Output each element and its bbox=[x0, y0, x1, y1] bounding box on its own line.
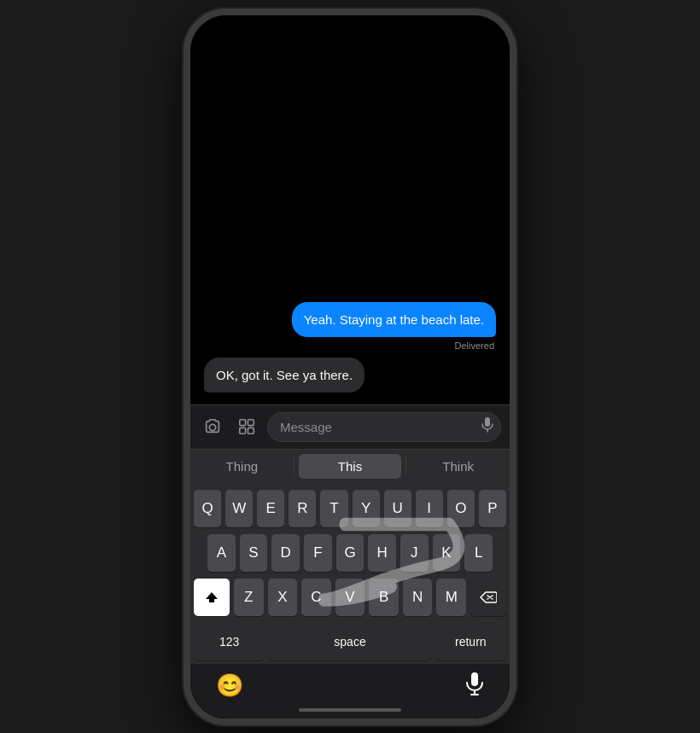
message-sent: Yeah. Staying at the beach late. bbox=[292, 302, 496, 337]
key-j[interactable]: J bbox=[400, 534, 429, 572]
key-h[interactable]: H bbox=[368, 534, 396, 572]
key-k[interactable]: K bbox=[433, 534, 461, 572]
messages-area: Yeah. Staying at the beach late. Deliver… bbox=[190, 15, 510, 404]
key-shift[interactable] bbox=[194, 579, 230, 616]
phone-frame: Yeah. Staying at the beach late. Deliver… bbox=[184, 9, 516, 725]
appstore-button[interactable] bbox=[233, 413, 260, 440]
phone-inner: Yeah. Staying at the beach late. Deliver… bbox=[190, 15, 510, 718]
autocomplete-bar: Thing This Think bbox=[190, 449, 510, 483]
key-o[interactable]: O bbox=[447, 490, 475, 527]
key-i[interactable]: I bbox=[416, 490, 443, 527]
key-s[interactable]: S bbox=[240, 534, 268, 572]
keyboard-row-3: Z X C V B N M bbox=[194, 579, 506, 616]
message-received-text: OK, got it. See ya there. bbox=[216, 368, 353, 382]
key-w[interactable]: W bbox=[225, 490, 253, 527]
key-f[interactable]: F bbox=[304, 534, 332, 572]
svg-point-0 bbox=[209, 424, 215, 430]
key-q[interactable]: Q bbox=[194, 490, 221, 527]
delivered-label: Delivered bbox=[204, 340, 496, 351]
message-input[interactable]: Message bbox=[267, 412, 501, 442]
message-input-wrapper: Message bbox=[267, 412, 501, 442]
message-received: OK, got it. See ya there. bbox=[204, 358, 365, 393]
key-m[interactable]: M bbox=[436, 579, 466, 616]
bottom-bar: 😊 bbox=[190, 664, 510, 705]
key-b[interactable]: B bbox=[369, 579, 399, 616]
message-sent-text: Yeah. Staying at the beach late. bbox=[304, 312, 484, 327]
keyboard-row-2: A S D F G H J K L bbox=[194, 534, 506, 572]
key-r[interactable]: R bbox=[289, 490, 316, 527]
key-d[interactable]: D bbox=[271, 534, 300, 572]
autocomplete-this[interactable]: This bbox=[299, 454, 402, 479]
key-t[interactable]: T bbox=[320, 490, 347, 527]
svg-rect-3 bbox=[240, 428, 246, 433]
key-delete[interactable] bbox=[470, 579, 506, 616]
autocomplete-thing[interactable]: Thing bbox=[190, 450, 294, 483]
svg-rect-1 bbox=[240, 420, 246, 426]
emoji-button[interactable]: 😊 bbox=[216, 672, 243, 699]
key-p[interactable]: P bbox=[479, 490, 506, 527]
key-x[interactable]: X bbox=[268, 579, 298, 616]
autocomplete-divider-left bbox=[294, 457, 295, 476]
key-l[interactable]: L bbox=[464, 534, 493, 572]
input-bar: Message bbox=[190, 404, 510, 449]
mic-button[interactable] bbox=[465, 672, 484, 700]
key-u[interactable]: U bbox=[384, 490, 411, 527]
key-e[interactable]: E bbox=[257, 490, 284, 527]
key-y[interactable]: Y bbox=[353, 490, 380, 527]
key-v[interactable]: V bbox=[335, 579, 365, 616]
svg-rect-2 bbox=[248, 420, 254, 426]
camera-button[interactable] bbox=[199, 413, 226, 440]
key-n[interactable]: N bbox=[403, 579, 433, 616]
home-indicator-bar bbox=[190, 705, 510, 718]
mic-input-icon[interactable] bbox=[481, 417, 494, 436]
keyboard: Q W E R T Y U I O P A S D F G H J K bbox=[190, 483, 510, 664]
autocomplete-think[interactable]: Think bbox=[406, 450, 510, 483]
svg-rect-4 bbox=[248, 428, 254, 433]
key-space[interactable]: space bbox=[269, 623, 430, 660]
svg-rect-7 bbox=[471, 672, 478, 686]
key-a[interactable]: A bbox=[207, 534, 236, 572]
key-c[interactable]: C bbox=[301, 579, 331, 616]
keyboard-row-4: 123 space return bbox=[194, 623, 506, 660]
key-z[interactable]: Z bbox=[234, 579, 264, 616]
keyboard-row-1: Q W E R T Y U I O P bbox=[194, 490, 506, 527]
svg-rect-5 bbox=[485, 417, 490, 427]
home-indicator bbox=[299, 708, 401, 712]
key-return[interactable]: return bbox=[435, 623, 506, 660]
key-g[interactable]: G bbox=[336, 534, 365, 572]
key-numbers[interactable]: 123 bbox=[194, 623, 265, 660]
